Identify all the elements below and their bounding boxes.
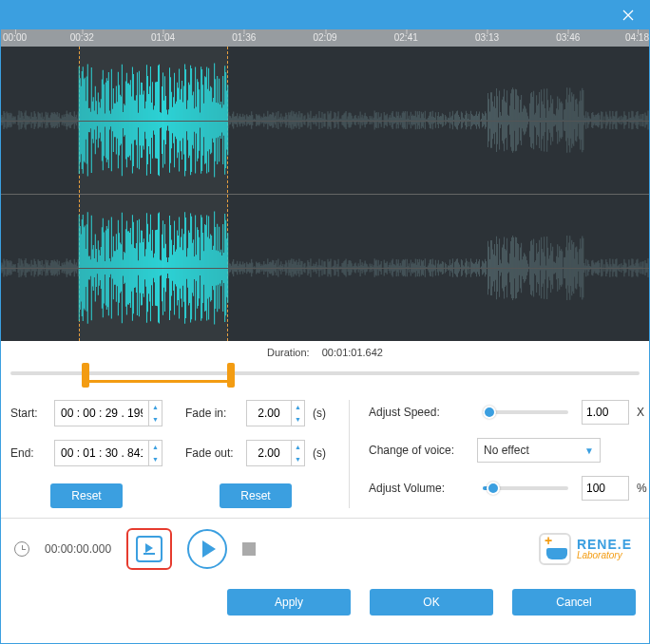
ruler-tick: 00:00 bbox=[3, 32, 27, 43]
ruler-tick: 02:09 bbox=[313, 32, 336, 43]
start-up-icon[interactable]: ▲ bbox=[149, 401, 162, 413]
voice-label: Change of voice: bbox=[369, 444, 469, 457]
highlighted-play-selection bbox=[126, 528, 172, 570]
close-button[interactable] bbox=[607, 1, 649, 29]
start-label: Start: bbox=[10, 407, 47, 420]
time-ruler[interactable]: 00:0000:3201:0401:3602:0902:4103:1303:46… bbox=[1, 29, 649, 47]
clock-icon bbox=[14, 541, 29, 557]
fadeout-up-icon[interactable]: ▲ bbox=[292, 441, 304, 453]
start-time-input[interactable]: ▲▼ bbox=[54, 400, 162, 426]
ruler-tick: 01:04 bbox=[151, 32, 175, 43]
start-time-field[interactable] bbox=[55, 401, 148, 426]
logo-line1: RENE.E bbox=[577, 538, 632, 551]
chevron-down-icon: ▼ bbox=[584, 445, 594, 456]
fadein-down-icon[interactable]: ▼ bbox=[292, 413, 304, 426]
fadein-label: Fade in: bbox=[185, 407, 239, 420]
fadeout-label: Fade out: bbox=[185, 446, 239, 460]
ruler-tick: 01:36 bbox=[232, 32, 256, 43]
fadeout-input[interactable]: ▲▼ bbox=[246, 440, 305, 466]
ruler-tick: 04:18 bbox=[625, 32, 649, 43]
reset-fade-button[interactable]: Reset bbox=[220, 483, 291, 508]
waveform-channel-right bbox=[1, 194, 649, 341]
end-label: End: bbox=[10, 446, 47, 460]
fadeout-field[interactable] bbox=[247, 441, 291, 465]
cancel-button[interactable]: Cancel bbox=[512, 589, 636, 616]
ruler-tick: 03:46 bbox=[556, 32, 580, 43]
volume-unit: % bbox=[637, 482, 647, 495]
playback-time: 00:00:00.000 bbox=[45, 542, 111, 556]
speed-slider[interactable] bbox=[483, 410, 568, 414]
fadein-field[interactable] bbox=[247, 401, 291, 426]
play-selection-button[interactable] bbox=[136, 536, 162, 562]
fadeout-down-icon[interactable]: ▼ bbox=[292, 453, 304, 465]
duration-display: Duration: 00:01:01.642 bbox=[1, 341, 649, 362]
fadein-up-icon[interactable]: ▲ bbox=[292, 401, 304, 413]
brand-logo: RENE.E Laboratory bbox=[539, 533, 632, 565]
fadeout-unit: (s) bbox=[313, 446, 326, 460]
start-down-icon[interactable]: ▼ bbox=[149, 413, 162, 426]
waveform-channel-left bbox=[1, 47, 649, 194]
speed-value-input[interactable] bbox=[582, 400, 629, 425]
voice-select[interactable]: No effect ▼ bbox=[477, 438, 601, 463]
fadein-unit: (s) bbox=[313, 407, 326, 420]
end-up-icon[interactable]: ▲ bbox=[149, 441, 162, 453]
logo-line2: Laboratory bbox=[577, 551, 632, 560]
volume-label: Adjust Volume: bbox=[369, 482, 469, 495]
ruler-tick: 02:41 bbox=[394, 32, 418, 43]
ruler-tick: 00:32 bbox=[70, 32, 94, 43]
end-time-field[interactable] bbox=[55, 441, 148, 465]
voice-value: No effect bbox=[484, 444, 529, 457]
ruler-tick: 03:13 bbox=[475, 32, 499, 43]
range-slider[interactable] bbox=[10, 362, 640, 387]
speed-unit: X bbox=[637, 406, 644, 419]
apply-button[interactable]: Apply bbox=[227, 589, 351, 616]
waveform-area[interactable] bbox=[1, 47, 649, 341]
duration-label: Duration: bbox=[267, 347, 310, 358]
volume-slider[interactable] bbox=[483, 486, 568, 490]
end-time-input[interactable]: ▲▼ bbox=[54, 440, 162, 466]
titlebar bbox=[1, 1, 649, 29]
play-button[interactable] bbox=[187, 529, 227, 569]
duration-value: 00:01:01.642 bbox=[322, 347, 383, 358]
speed-label: Adjust Speed: bbox=[369, 406, 469, 419]
ok-button[interactable]: OK bbox=[370, 589, 493, 616]
fadein-input[interactable]: ▲▼ bbox=[246, 400, 305, 426]
play-icon bbox=[145, 543, 153, 553]
volume-value-input[interactable] bbox=[582, 476, 629, 501]
reset-time-button[interactable]: Reset bbox=[50, 483, 122, 508]
stop-button[interactable] bbox=[242, 542, 256, 556]
end-down-icon[interactable]: ▼ bbox=[149, 453, 162, 465]
logo-badge-icon bbox=[539, 533, 571, 565]
play-icon bbox=[202, 540, 216, 558]
